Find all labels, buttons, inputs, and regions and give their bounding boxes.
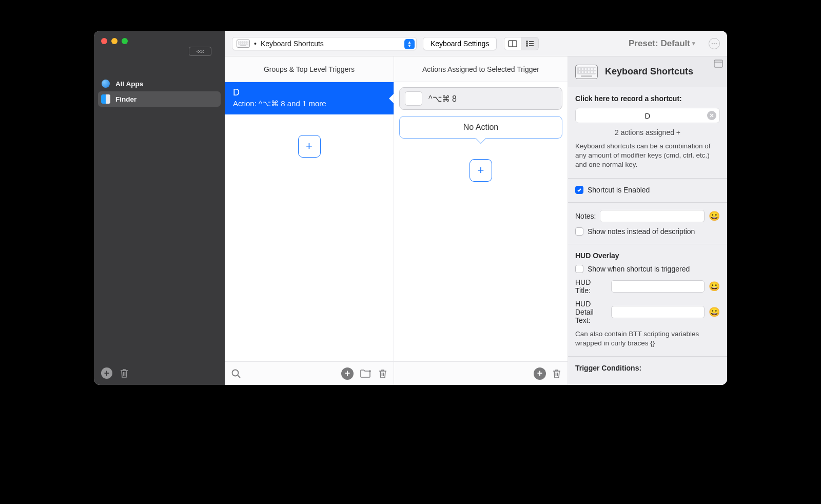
hud-section: HUD Overlay Show when shortcut is trigge… (568, 244, 727, 357)
trigger-conditions-section: Trigger Conditions: (568, 357, 727, 376)
keyboard-icon (575, 65, 598, 79)
hud-detail-label: HUD Detail Text: (575, 300, 607, 324)
sidebar-app-list: All Apps Finder (94, 47, 225, 107)
globe-icon (101, 79, 110, 88)
clear-shortcut-button[interactable] (707, 111, 716, 120)
hud-title-label: HUD Title: (575, 278, 607, 295)
inspector-header: Keyboard Shortcuts (568, 56, 727, 87)
actions-footer: + (394, 361, 568, 385)
minimize-window-button[interactable] (111, 38, 118, 44)
main-content: • Keyboard Shortcuts ▲▼ Keyboard Setting… (225, 31, 727, 385)
triggers-column-header: Groups & Top Level Triggers (225, 56, 394, 82)
preset-selector[interactable]: Preset: Default ▾ (629, 38, 695, 49)
no-action-row[interactable]: No Action (399, 116, 562, 139)
keyboard-settings-button[interactable]: Keyboard Settings (423, 37, 497, 50)
column-view-button[interactable] (504, 37, 521, 50)
hud-section-title: HUD Overlay (575, 251, 720, 260)
triggers-footer: + (225, 361, 394, 385)
svg-rect-8 (714, 60, 722, 67)
category-label: Keyboard Shortcuts (261, 40, 324, 48)
shortcut-description: Keyboard shortcuts can be a combination … (575, 142, 720, 170)
zoom-window-button[interactable] (122, 38, 128, 44)
actions-column: Actions Assigned to Selected Trigger ^⌥⌘… (394, 56, 568, 385)
svg-point-3 (526, 45, 527, 46)
actions-assigned-note[interactable]: 2 actions assigned + (575, 128, 720, 137)
hud-title-input[interactable] (611, 280, 705, 293)
notes-input[interactable] (600, 210, 705, 222)
trigger-subtitle: Action: ^⌥⌘ 8 and 1 more (233, 99, 385, 108)
app-sidebar: <<< All Apps Finder + (94, 31, 225, 385)
emoji-picker-button[interactable]: 😀 (709, 281, 720, 292)
emoji-picker-button[interactable]: 😀 (709, 210, 720, 222)
svg-point-1 (526, 41, 527, 42)
close-window-button[interactable] (101, 38, 107, 44)
more-menu-button[interactable] (709, 38, 720, 49)
svg-point-5 (714, 43, 715, 44)
checkbox-icon (575, 227, 583, 236)
actions-delete-button[interactable] (552, 369, 561, 379)
checkbox-icon (575, 265, 583, 273)
columns: Groups & Top Level Triggers D Action: ^⌥… (225, 56, 727, 385)
action-icon-placeholder (405, 91, 422, 106)
trigger-title: D (233, 87, 385, 98)
sidebar-item-label: All Apps (115, 80, 143, 88)
popout-window-button[interactable] (714, 60, 723, 68)
triggers-column: Groups & Top Level Triggers D Action: ^⌥… (225, 56, 394, 385)
window-controls (94, 31, 225, 47)
svg-point-6 (716, 43, 717, 44)
svg-point-7 (232, 370, 239, 376)
category-selector[interactable]: • Keyboard Shortcuts ▲▼ (232, 37, 417, 50)
preset-label: Preset: Default (629, 38, 690, 49)
triggers-delete-button[interactable] (378, 369, 387, 379)
list-view-button[interactable] (521, 37, 539, 50)
shortcut-record-field[interactable]: D (575, 108, 720, 123)
checkbox-label: Show when shortcut is triggered (588, 265, 690, 273)
add-action-button[interactable]: + (470, 159, 492, 182)
bullet-icon: • (254, 40, 257, 48)
sidebar-footer: + (94, 362, 225, 385)
checkbox-label: Show notes instead of description (588, 227, 695, 236)
hud-note: Can also contain BTT scripting variables… (575, 329, 720, 348)
svg-point-2 (526, 43, 527, 44)
checkbox-icon (575, 186, 583, 194)
trigger-conditions-title: Trigger Conditions: (575, 364, 720, 372)
enabled-section: Shortcut is Enabled (568, 179, 727, 203)
search-button[interactable] (231, 369, 241, 379)
hud-detail-input[interactable] (611, 306, 705, 318)
svg-point-4 (712, 43, 713, 44)
checkbox-label: Shortcut is Enabled (588, 186, 650, 194)
back-button[interactable]: <<< (189, 47, 211, 56)
sidebar-item-all-apps[interactable]: All Apps (94, 76, 225, 91)
trigger-row[interactable]: D Action: ^⌥⌘ 8 and 1 more (225, 82, 394, 114)
notes-section: Notes: 😀 Show notes instead of descripti… (568, 203, 727, 244)
actions-list: ^⌥⌘ 8 No Action + (394, 82, 568, 361)
no-action-label: No Action (463, 123, 498, 132)
sidebar-item-finder[interactable]: Finder (98, 91, 221, 107)
actions-add-button[interactable]: + (534, 367, 546, 380)
finder-icon (101, 94, 110, 104)
toolbar: • Keyboard Shortcuts ▲▼ Keyboard Setting… (225, 31, 727, 56)
inspector-body: Click here to record a shortcut: D 2 act… (568, 87, 727, 385)
sidebar-delete-button[interactable] (120, 367, 129, 379)
action-label: ^⌥⌘ 8 (428, 94, 457, 104)
shortcut-record-value: D (645, 111, 651, 120)
app-window: <<< All Apps Finder + • Keyboard S (94, 31, 727, 385)
sidebar-add-button[interactable]: + (101, 367, 112, 379)
keyboard-icon (237, 40, 250, 48)
inspector-title: Keyboard Shortcuts (605, 66, 693, 77)
dropdown-stepper-icon[interactable]: ▲▼ (404, 39, 415, 49)
shortcut-enabled-checkbox[interactable]: Shortcut is Enabled (575, 186, 720, 194)
triggers-list: D Action: ^⌥⌘ 8 and 1 more + (225, 82, 394, 361)
emoji-picker-button[interactable]: 😀 (709, 306, 720, 318)
action-row[interactable]: ^⌥⌘ 8 (399, 87, 562, 110)
new-group-button[interactable] (360, 369, 372, 379)
show-notes-checkbox[interactable]: Show notes instead of description (575, 227, 720, 236)
triggers-add-button[interactable]: + (341, 367, 354, 380)
actions-column-header: Actions Assigned to Selected Trigger (394, 56, 568, 82)
hud-show-checkbox[interactable]: Show when shortcut is triggered (575, 265, 720, 273)
record-section: Click here to record a shortcut: D 2 act… (568, 87, 727, 179)
add-trigger-button[interactable]: + (298, 135, 321, 158)
notes-label: Notes: (575, 212, 596, 220)
sidebar-item-label: Finder (115, 95, 136, 103)
inspector-column: Keyboard Shortcuts Click here to record … (568, 56, 727, 385)
